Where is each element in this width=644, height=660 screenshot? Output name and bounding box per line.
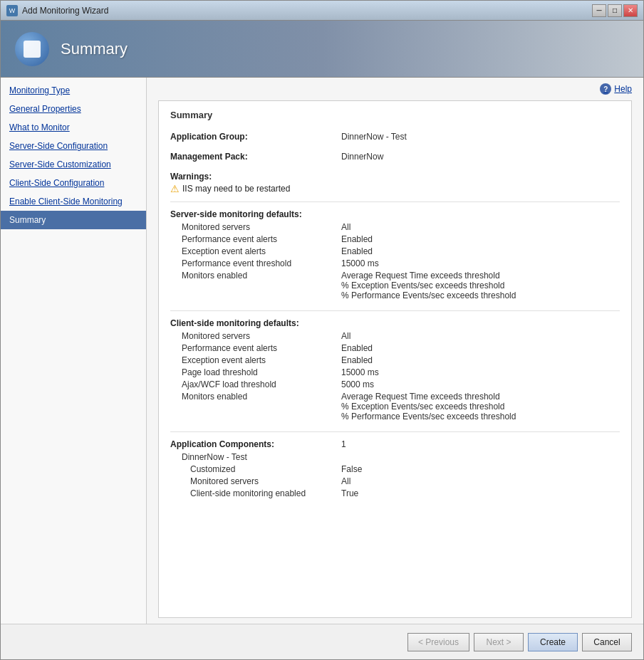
sidebar-item-what-to-monitor[interactable]: What to Monitor — [1, 118, 146, 137]
client-monitor-val-2: % Exception Events/sec exceeds threshold — [341, 402, 516, 412]
app-component-client-side-value: True — [341, 488, 358, 498]
server-perf-threshold-value: 15000 ms — [341, 258, 379, 268]
main-content: ? Help Summary Application Group: Dinner… — [147, 78, 643, 624]
header-icon-inner — [24, 41, 41, 58]
client-perf-alerts-row: Performance event alerts Enabled — [170, 343, 620, 353]
client-defaults-header: Client-side monitoring defaults: — [170, 318, 620, 328]
client-defaults-label: Client-side monitoring defaults: — [170, 318, 341, 328]
window-icon: W — [6, 5, 18, 16]
server-exception-alerts-row: Exception event alerts Enabled — [170, 246, 620, 256]
client-page-load-label: Page load threshold — [182, 367, 341, 377]
sidebar-item-client-side-config[interactable]: Client-Side Configuration — [1, 174, 146, 192]
client-perf-alerts-label: Performance event alerts — [182, 343, 341, 353]
title-bar: W Add Monitoring Wizard ─ □ ✕ — [1, 1, 643, 21]
app-component-monitored-label: Monitored servers — [182, 476, 341, 486]
client-exception-alerts-value: Enabled — [341, 355, 373, 365]
content-area: Monitoring Type General Properties What … — [1, 78, 643, 624]
maximize-button[interactable]: □ — [608, 4, 622, 17]
application-group-label: Application Group: — [170, 132, 341, 142]
server-defaults-header: Server-side monitoring defaults: — [170, 209, 620, 219]
management-pack-section: Management Pack: DinnerNow — [170, 152, 620, 162]
server-monitored-servers-row: Monitored servers All — [170, 222, 620, 232]
application-group-value: DinnerNow - Test — [341, 132, 407, 142]
server-exception-alerts-value: Enabled — [341, 246, 373, 256]
server-defaults-section: Server-side monitoring defaults: Monitor… — [170, 209, 620, 300]
server-monitor-val-3: % Performance Events/sec exceeds thresho… — [341, 290, 516, 300]
app-component-client-side-row: Client-side monitoring enabled True — [170, 488, 620, 498]
client-monitors-enabled-values: Average Request Time exceeds threshold %… — [341, 392, 516, 421]
warning-icon: ⚠ — [170, 183, 180, 194]
client-monitored-servers-row: Monitored servers All — [170, 331, 620, 341]
management-pack-value: DinnerNow — [341, 152, 383, 162]
window-controls: ─ □ ✕ — [592, 4, 638, 17]
warnings-label: Warnings: — [170, 172, 620, 182]
client-monitored-servers-label: Monitored servers — [182, 331, 341, 341]
server-perf-alerts-value: Enabled — [341, 234, 373, 244]
client-monitors-enabled-row: Monitors enabled Average Request Time ex… — [170, 392, 620, 421]
sidebar-item-general-properties[interactable]: General Properties — [1, 100, 146, 118]
server-perf-threshold-label: Performance event threshold — [182, 258, 341, 268]
sidebar-item-server-side-config[interactable]: Server-Side Configuration — [1, 137, 146, 155]
minimize-button[interactable]: ─ — [592, 4, 606, 17]
management-pack-row: Management Pack: DinnerNow — [170, 152, 620, 162]
app-component-customized-value: False — [341, 464, 362, 474]
sidebar-item-enable-client-side[interactable]: Enable Client-Side Monitoring — [1, 192, 146, 211]
server-perf-alerts-row: Performance event alerts Enabled — [170, 234, 620, 244]
warnings-section: Warnings: ⚠ IIS may need to be restarted — [170, 172, 620, 194]
main-header: ? Help — [147, 78, 643, 100]
create-button[interactable]: Create — [528, 633, 578, 651]
warning-message: IIS may need to be restarted — [182, 184, 290, 194]
cancel-button[interactable]: Cancel — [582, 633, 632, 651]
app-component-monitored-row: Monitored servers All — [170, 476, 620, 486]
sidebar-item-server-side-custom[interactable]: Server-Side Customization — [1, 155, 146, 174]
summary-panel: Summary Application Group: DinnerNow - T… — [158, 100, 632, 618]
client-monitors-enabled-label: Monitors enabled — [182, 392, 341, 421]
client-defaults-section: Client-side monitoring defaults: Monitor… — [170, 318, 620, 421]
divider-3 — [170, 431, 620, 432]
server-exception-alerts-label: Exception event alerts — [182, 246, 341, 256]
server-monitored-servers-label: Monitored servers — [182, 222, 341, 232]
warning-detail: ⚠ IIS may need to be restarted — [170, 183, 620, 194]
server-monitors-enabled-values: Average Request Time exceeds threshold %… — [341, 271, 516, 300]
main-window: W Add Monitoring Wizard ─ □ ✕ Summary Mo… — [0, 0, 644, 660]
client-page-load-value: 15000 ms — [341, 367, 379, 377]
sidebar-item-summary[interactable]: Summary — [1, 211, 146, 229]
footer: < Previous Next > Create Cancel — [1, 624, 643, 659]
previous-button[interactable]: < Previous — [407, 633, 469, 651]
server-perf-threshold-row: Performance event threshold 15000 ms — [170, 258, 620, 268]
app-component-client-side-label: Client-side monitoring enabled — [182, 488, 341, 498]
server-monitored-servers-value: All — [341, 222, 350, 232]
server-defaults-label: Server-side monitoring defaults: — [170, 209, 341, 219]
app-component-name-row: DinnerNow - Test — [170, 452, 620, 462]
client-monitor-val-1: Average Request Time exceeds threshold — [341, 392, 516, 402]
sidebar: Monitoring Type General Properties What … — [1, 78, 147, 624]
application-group-row: Application Group: DinnerNow - Test — [170, 132, 620, 142]
next-button[interactable]: Next > — [474, 633, 524, 651]
server-monitor-val-1: Average Request Time exceeds threshold — [341, 271, 516, 281]
window-title: Add Monitoring Wizard — [22, 6, 592, 16]
close-button[interactable]: ✕ — [623, 4, 638, 17]
client-page-load-row: Page load threshold 15000 ms — [170, 367, 620, 377]
server-monitors-enabled-label: Monitors enabled — [182, 271, 341, 300]
app-component-monitored-value: All — [341, 476, 350, 486]
sidebar-item-monitoring-type[interactable]: Monitoring Type — [1, 81, 146, 100]
client-exception-alerts-row: Exception event alerts Enabled — [170, 355, 620, 365]
client-ajax-label: Ajax/WCF load threshold — [182, 379, 341, 389]
client-exception-alerts-label: Exception event alerts — [182, 355, 341, 365]
management-pack-label: Management Pack: — [170, 152, 341, 162]
client-ajax-value: 5000 ms — [341, 379, 374, 389]
help-link[interactable]: ? Help — [600, 83, 632, 95]
client-ajax-row: Ajax/WCF load threshold 5000 ms — [170, 379, 620, 389]
client-monitored-servers-value: All — [341, 331, 350, 341]
app-components-count: 1 — [341, 439, 346, 449]
header-icon — [15, 32, 49, 66]
server-monitor-val-2: % Exception Events/sec exceeds threshold — [341, 281, 516, 290]
divider-1 — [170, 201, 620, 202]
help-label: Help — [614, 84, 632, 94]
application-group-section: Application Group: DinnerNow - Test — [170, 132, 620, 142]
app-components-header-row: Application Components: 1 — [170, 439, 620, 449]
help-icon: ? — [600, 83, 611, 95]
client-perf-alerts-value: Enabled — [341, 343, 373, 353]
header-panel: Summary — [1, 21, 643, 78]
server-monitors-enabled-row: Monitors enabled Average Request Time ex… — [170, 271, 620, 300]
